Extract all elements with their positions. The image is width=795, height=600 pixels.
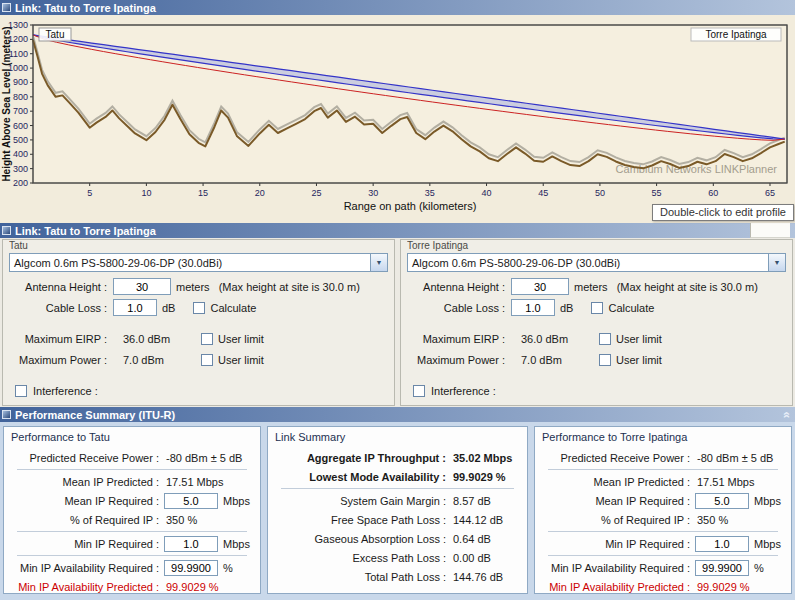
max-power-row: Maximum Power : 7.0 dBm User limit bbox=[9, 350, 388, 369]
min-ip-availability-required-unit: % bbox=[223, 562, 233, 574]
svg-text:800: 800 bbox=[13, 92, 28, 102]
calculate-checkbox[interactable] bbox=[591, 302, 603, 314]
summary-icon bbox=[2, 410, 11, 419]
edit-profile-tooltip: Double-click to edit profile bbox=[652, 204, 794, 221]
linkplanner-window: Link: Tatu to Torre Ipatinga 20030040050… bbox=[0, 0, 795, 600]
min-ip-availability-required-unit: % bbox=[754, 562, 764, 574]
antenna-height-label: Antenna Height : bbox=[407, 281, 511, 293]
divider bbox=[17, 469, 247, 470]
max-eirp-row: Maximum EIRP : 36.0 dBm User limit bbox=[9, 329, 388, 348]
cable-loss-row: Cable Loss : dB Calculate bbox=[407, 298, 786, 317]
divider bbox=[548, 531, 778, 532]
cable-loss-unit: dB bbox=[560, 302, 573, 314]
terrain-profile-chart[interactable]: 2003004005006007008009001000110012001300… bbox=[0, 15, 795, 221]
cable-loss-input[interactable] bbox=[511, 299, 555, 316]
mean-ip-predicted-label: Mean IP Predicted : bbox=[540, 476, 695, 488]
svg-text:600: 600 bbox=[13, 121, 28, 131]
interference-label: Interference : bbox=[431, 385, 496, 397]
predicted-receive-power-label: Predicted Receive Power : bbox=[540, 452, 695, 464]
performance-section-header: Performance Summary (ITU-R) » bbox=[0, 407, 795, 422]
gaseous-absorption-loss-label: Gaseous Absorption Loss : bbox=[273, 533, 451, 545]
max-eirp-label: Maximum EIRP : bbox=[407, 333, 511, 345]
min-ip-required-label: Min IP Required : bbox=[540, 538, 695, 550]
lowest-mode-availability-label: Lowest Mode Availability : bbox=[273, 471, 451, 483]
eirp-user-limit-checkbox[interactable] bbox=[201, 333, 213, 345]
gaseous-absorption-loss-value: 0.64 dB bbox=[451, 533, 491, 545]
svg-text:60: 60 bbox=[708, 188, 718, 198]
collapse-icon[interactable]: » bbox=[782, 411, 792, 418]
power-user-limit-checkbox[interactable] bbox=[201, 354, 213, 366]
interference-checkbox[interactable] bbox=[413, 385, 425, 397]
min-ip-required-input[interactable] bbox=[695, 536, 749, 552]
mean-ip-predicted-label: Mean IP Predicted : bbox=[9, 476, 164, 488]
svg-text:700: 700 bbox=[13, 106, 28, 116]
predicted-receive-power-value: -80 dBm ± 5 dB bbox=[695, 452, 773, 464]
svg-text:55: 55 bbox=[652, 188, 662, 198]
max-power-label: Maximum Power : bbox=[9, 354, 113, 366]
max-eirp-value: 36.0 dBm bbox=[511, 333, 581, 345]
divider bbox=[548, 555, 778, 556]
interference-checkbox[interactable] bbox=[15, 385, 27, 397]
free-space-path-loss-value: 144.12 dB bbox=[451, 514, 503, 526]
header-spacer bbox=[750, 223, 790, 238]
left-site-label: Tatu bbox=[46, 29, 65, 40]
calculate-label: Calculate bbox=[608, 302, 654, 314]
calculate-checkbox[interactable] bbox=[193, 302, 205, 314]
svg-text:50: 50 bbox=[595, 188, 605, 198]
eirp-user-limit-label: User limit bbox=[218, 333, 264, 345]
min-ip-availability-predicted-value: 99.9029 % bbox=[164, 581, 219, 593]
mean-ip-required-input[interactable] bbox=[164, 493, 218, 509]
cable-loss-unit: dB bbox=[162, 302, 175, 314]
min-ip-availability-predicted-value: 99.9029 % bbox=[695, 581, 750, 593]
min-ip-availability-required-input[interactable] bbox=[695, 560, 749, 576]
total-path-loss-value: 144.76 dB bbox=[451, 571, 503, 583]
divider bbox=[17, 531, 247, 532]
svg-text:20: 20 bbox=[255, 188, 265, 198]
mean-ip-required-input[interactable] bbox=[695, 493, 749, 509]
svg-text:10: 10 bbox=[141, 188, 151, 198]
divider bbox=[548, 469, 778, 470]
mean-ip-required-label: Mean IP Required : bbox=[540, 495, 695, 507]
max-power-label: Maximum Power : bbox=[407, 354, 511, 366]
performance-section-title: Performance Summary (ITU-R) bbox=[15, 409, 175, 421]
link-summary-panel: Link Summary Aggregate IP Throughput :35… bbox=[267, 426, 528, 594]
antenna-height-label: Antenna Height : bbox=[9, 281, 113, 293]
pct-required-ip-label: % of Required IP : bbox=[9, 514, 164, 526]
max-eirp-label: Maximum EIRP : bbox=[9, 333, 113, 345]
free-space-path-loss-label: Free Space Path Loss : bbox=[273, 514, 451, 526]
profile-section-title: Link: Tatu to Torre Ipatinga bbox=[15, 2, 156, 14]
min-ip-required-input[interactable] bbox=[164, 536, 218, 552]
chevron-down-icon[interactable]: ▼ bbox=[768, 254, 785, 271]
equipment-panel-tatu: Tatu Algcom 0.6m PS-5800-29-06-DP (30.0d… bbox=[2, 239, 395, 406]
predicted-receive-power-label: Predicted Receive Power : bbox=[9, 452, 164, 464]
antenna-height-row: Antenna Height : meters (Max height at s… bbox=[407, 277, 786, 296]
mean-ip-required-unit: Mbps bbox=[754, 495, 781, 507]
excess-path-loss-label: Excess Path Loss : bbox=[273, 552, 451, 564]
system-gain-margin-label: System Gain Margin : bbox=[273, 495, 451, 507]
antenna-height-input[interactable] bbox=[511, 278, 569, 295]
profile-section-header: Link: Tatu to Torre Ipatinga bbox=[0, 0, 795, 15]
mean-ip-required-label: Mean IP Required : bbox=[9, 495, 164, 507]
svg-text:30: 30 bbox=[368, 188, 378, 198]
plot-area bbox=[33, 25, 787, 183]
antenna-selected-value: Algcom 0.6m PS-5800-29-06-DP (30.0dBi) bbox=[408, 257, 768, 269]
antenna-height-input[interactable] bbox=[113, 278, 171, 295]
max-power-row: Maximum Power : 7.0 dBm User limit bbox=[407, 350, 786, 369]
link-icon bbox=[2, 3, 11, 12]
predicted-receive-power-value: -80 dBm ± 5 dB bbox=[164, 452, 242, 464]
min-ip-availability-required-input[interactable] bbox=[164, 560, 218, 576]
antenna-select[interactable]: Algcom 0.6m PS-5800-29-06-DP (30.0dBi) ▼ bbox=[9, 253, 388, 272]
mean-ip-required-unit: Mbps bbox=[223, 495, 250, 507]
cable-loss-input[interactable] bbox=[113, 299, 157, 316]
antenna-select[interactable]: Algcom 0.6m PS-5800-29-06-DP (30.0dBi) ▼ bbox=[407, 253, 786, 272]
cable-loss-label: Cable Loss : bbox=[407, 302, 511, 314]
antenna-height-row: Antenna Height : meters (Max height at s… bbox=[9, 277, 388, 296]
chevron-down-icon[interactable]: ▼ bbox=[370, 254, 387, 271]
equipment-section: Tatu Algcom 0.6m PS-5800-29-06-DP (30.0d… bbox=[0, 238, 795, 407]
eirp-user-limit-label: User limit bbox=[616, 333, 662, 345]
min-ip-required-label: Min IP Required : bbox=[9, 538, 164, 550]
right-site-label: Torre Ipatinga bbox=[705, 29, 767, 40]
power-user-limit-checkbox[interactable] bbox=[599, 354, 611, 366]
mean-ip-predicted-value: 17.51 Mbps bbox=[164, 476, 223, 488]
eirp-user-limit-checkbox[interactable] bbox=[599, 333, 611, 345]
